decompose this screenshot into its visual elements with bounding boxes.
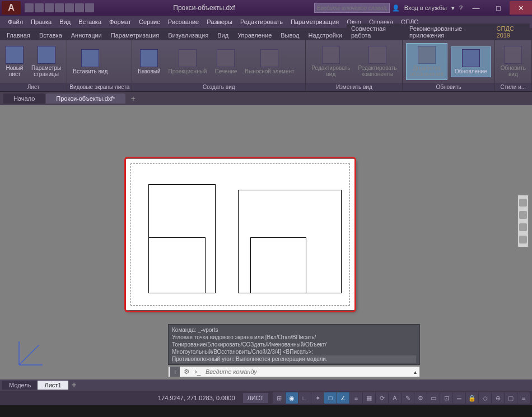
viewport-lock-icon[interactable]	[113, 69, 124, 81]
ribbon-tab-strip: Главная Вставка Аннотации Параметризация…	[0, 28, 532, 40]
help-icon[interactable]: ?	[459, 4, 463, 11]
status-isolate-icon[interactable]: ◇	[479, 392, 491, 404]
menu-draw[interactable]: Рисование	[165, 17, 202, 26]
drawing-area[interactable]: Команда: _-vports Угловая точка видового…	[0, 105, 532, 379]
ribbon-tab-annotate[interactable]: Аннотации	[67, 30, 106, 40]
viewport-clip-icon[interactable]	[113, 56, 124, 67]
status-lineweight-icon[interactable]: ≡	[350, 392, 362, 404]
menu-tools[interactable]: Сервис	[136, 17, 164, 26]
layout-tab-bar: Модель Лист1 +	[0, 379, 532, 391]
status-space-toggle[interactable]: ЛИСТ	[243, 393, 268, 403]
file-tab-start[interactable]: Начало	[3, 93, 45, 104]
user-icon[interactable]: 👤	[392, 4, 400, 12]
status-cleanscreen-icon[interactable]: ▢	[505, 392, 517, 404]
qat-new-icon[interactable]	[25, 3, 34, 12]
status-transparency-icon[interactable]: ▦	[363, 392, 375, 404]
ribbon-tab-output[interactable]: Вывод	[276, 30, 304, 40]
panel-sheet-label: Лист	[0, 83, 67, 91]
section-view-button: Сечение	[212, 48, 239, 76]
file-tab-active[interactable]: Прокси-объекты.dxf*	[46, 93, 125, 104]
viewport-1-inner[interactable]	[148, 237, 206, 293]
symbol-sketch-button: Доработкаобозначения	[406, 43, 447, 80]
status-annoscale-icon[interactable]: A	[389, 392, 401, 404]
menu-file[interactable]: Файл	[4, 17, 26, 26]
status-hardware-icon[interactable]: ⊕	[492, 392, 504, 404]
status-quickprops-icon[interactable]: ☰	[453, 392, 465, 404]
ribbon-tab-collab[interactable]: Совместная работа	[347, 24, 405, 40]
new-layout-button[interactable]: Новыйлист	[3, 45, 26, 78]
layout-tab-add-button[interactable]: +	[68, 380, 80, 390]
nav-orbit-icon[interactable]	[519, 236, 527, 243]
ribbon-tab-insert[interactable]: Вставка	[35, 30, 67, 40]
ribbon-tab-manage[interactable]: Управление	[233, 30, 276, 40]
ribbon-tab-parametric[interactable]: Параметризация	[106, 30, 164, 40]
command-line-grip-icon[interactable]: ⁞	[170, 367, 180, 377]
qat-plot-icon[interactable]	[65, 3, 74, 12]
command-input[interactable]	[203, 368, 410, 375]
viewport-2-inner[interactable]	[250, 237, 306, 293]
status-ortho-icon[interactable]: ∟	[298, 392, 311, 404]
command-line[interactable]: ⁞ ⚙ ›_ ▴	[168, 366, 420, 377]
page-setup-button[interactable]: Параметрыстраницы	[29, 45, 63, 78]
signin-link[interactable]: Вход в службы	[404, 4, 447, 11]
status-workspace-icon[interactable]: ⚙	[414, 392, 427, 404]
panel-create-view: Базовый Проекционный Сечение Выносной эл…	[132, 40, 306, 91]
status-cycling-icon[interactable]: ⟳	[376, 392, 388, 404]
status-units-icon[interactable]: ⊡	[440, 392, 452, 404]
search-input[interactable]	[314, 3, 390, 13]
nav-zoom-icon[interactable]	[519, 223, 527, 231]
qat-saveas-icon[interactable]	[55, 3, 64, 12]
minimize-button[interactable]: —	[465, 1, 487, 15]
insert-view-button[interactable]: Вставить вид	[71, 48, 110, 76]
panel-viewports: Вставить вид Видовые экраны листа	[67, 40, 132, 91]
ribbon-tab-addins[interactable]: Надстройки	[304, 30, 347, 40]
status-coordinates[interactable]: 174.9247, 271.0283, 0.0000	[152, 395, 241, 401]
ucs-icon[interactable]	[17, 337, 47, 367]
status-osnap-icon[interactable]: □	[324, 392, 337, 404]
command-history[interactable]: Команда: _-vports Угловая точка видового…	[168, 324, 420, 365]
cmd-hist-line: Тонирование/Блокировать/СОЗдать/Именован…	[172, 341, 416, 348]
status-monitor-icon[interactable]: ▭	[427, 392, 440, 404]
status-annovis-icon[interactable]: ✎	[402, 392, 414, 404]
menu-edit[interactable]: Правка	[27, 17, 55, 26]
menu-dimension[interactable]: Размеры	[203, 17, 236, 26]
maximize-button[interactable]: □	[487, 1, 510, 15]
base-view-button[interactable]: Базовый	[136, 48, 162, 76]
qat-redo-icon[interactable]	[85, 3, 94, 12]
page-setup-icon	[38, 46, 55, 64]
ribbon-tab-spds[interactable]: СПДС 2019	[492, 24, 530, 40]
qat-open-icon[interactable]	[35, 3, 44, 12]
layout-tab-sheet1[interactable]: Лист1	[38, 381, 68, 390]
close-button[interactable]: ✕	[510, 1, 532, 15]
status-otrack-icon[interactable]: ∠	[337, 392, 349, 404]
nav-pan-icon[interactable]	[519, 211, 527, 219]
command-line-customize-icon[interactable]: ⚙	[182, 367, 191, 376]
menu-format[interactable]: Формат	[106, 17, 134, 26]
ribbon-tab-visualize[interactable]: Визуализация	[164, 30, 213, 40]
cart-icon[interactable]: ▾	[451, 4, 455, 12]
panel-edit-label: Изменить вид	[306, 83, 402, 91]
ribbon-tab-view[interactable]: Вид	[213, 30, 233, 40]
update-symbol-button[interactable]: Обновление	[451, 46, 491, 77]
status-lock-icon[interactable]: 🔒	[466, 392, 478, 404]
file-tab-bar: Начало Прокси-объекты.dxf* +	[0, 92, 532, 105]
app-menu-button[interactable]: A	[2, 1, 21, 15]
status-customize-icon[interactable]: ≡	[517, 392, 530, 404]
edit-view-button: Редактироватьвид	[309, 45, 352, 78]
qat-save-icon[interactable]	[45, 3, 54, 12]
command-line-recent-icon[interactable]: ▴	[410, 369, 419, 375]
layout-tab-model[interactable]: Модель	[2, 381, 38, 390]
menu-parametric[interactable]: Параметризация	[287, 17, 342, 26]
viewport-rect-icon[interactable]	[113, 43, 124, 54]
qat-undo-icon[interactable]	[75, 3, 84, 12]
status-grid-icon[interactable]: ⊞	[273, 392, 285, 404]
status-polar-icon[interactable]: ✦	[311, 392, 324, 404]
status-snap-icon[interactable]: ◉	[286, 392, 298, 404]
nav-wheel-icon[interactable]	[519, 199, 527, 207]
menu-modify[interactable]: Редактировать	[237, 17, 286, 26]
ribbon-tab-home[interactable]: Главная	[2, 30, 35, 40]
ribbon-tab-featured[interactable]: Рекомендованные приложения	[405, 24, 492, 40]
file-tab-add-button[interactable]: +	[127, 94, 140, 103]
menu-view[interactable]: Вид	[56, 17, 74, 26]
menu-insert[interactable]: Вставка	[75, 17, 105, 26]
